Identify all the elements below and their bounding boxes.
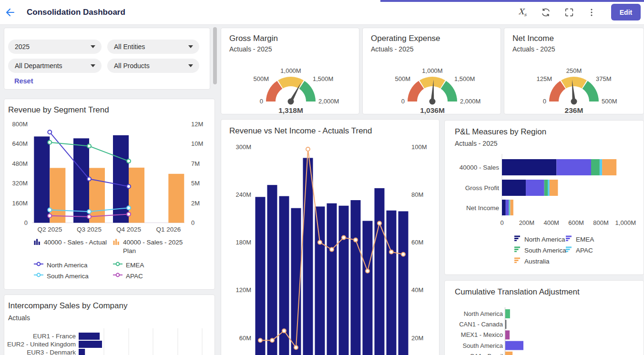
cta-chart: North AmericaCAN1 - CanadaMEX1 - MexicoS… bbox=[445, 304, 644, 355]
legend-item[interactable]: North America bbox=[34, 261, 88, 270]
legend-item[interactable]: 40000 - Sales - 2025 Plan bbox=[113, 238, 189, 255]
card-title: Net Income bbox=[512, 34, 554, 43]
entities-filter-dropdown[interactable]: All Entities bbox=[107, 40, 199, 54]
fullscreen-button[interactable] bbox=[563, 6, 575, 19]
svg-text:0: 0 bbox=[24, 219, 28, 226]
svg-text:EUR2 - United Kingdom: EUR2 - United Kingdom bbox=[7, 341, 76, 348]
refresh-button[interactable] bbox=[540, 6, 552, 19]
legend-label: South America bbox=[524, 246, 566, 255]
legend-item[interactable]: North America bbox=[514, 235, 565, 244]
gross-margin-card: Gross Margin Actuals - 2025 0500M1,000M1… bbox=[221, 28, 359, 114]
svg-text:125M: 125M bbox=[536, 75, 552, 82]
edit-button[interactable]: Edit bbox=[611, 4, 641, 20]
svg-text:CAN1 - Canada: CAN1 - Canada bbox=[459, 321, 503, 328]
svg-text:0: 0 bbox=[260, 98, 263, 105]
card-subtitle: Actuals bbox=[8, 314, 30, 322]
legend-label: APAC bbox=[126, 272, 143, 281]
bar-series-icon bbox=[34, 238, 41, 245]
svg-text:1,036M: 1,036M bbox=[420, 106, 445, 114]
svg-text:0: 0 bbox=[543, 98, 546, 105]
svg-text:40M: 40M bbox=[411, 286, 423, 294]
products-filter-value: All Products bbox=[114, 62, 150, 70]
legend-item[interactable]: APAC bbox=[113, 272, 143, 281]
operating-expense-card: Operating Expense Actuals - 2025 0500M1,… bbox=[362, 28, 501, 114]
net-income-card: Net Income Actuals - 2025 0125M250M375M5… bbox=[504, 28, 644, 114]
filter-panel: 2025 All Entities All Departments All Pr… bbox=[4, 28, 210, 90]
svg-text:South America: South America bbox=[462, 342, 503, 349]
legend-item[interactable]: South America bbox=[34, 272, 89, 281]
svg-text:Q2 2025: Q2 2025 bbox=[37, 226, 62, 233]
legend-item[interactable]: EMEA bbox=[113, 261, 144, 270]
svg-text:100M: 100M bbox=[411, 143, 427, 151]
svg-text:180M: 180M bbox=[235, 239, 251, 246]
svg-text:640M: 640M bbox=[12, 140, 28, 147]
hbar-series-icon bbox=[566, 246, 572, 253]
legend-label: South America bbox=[47, 272, 89, 281]
legend-label: APAC bbox=[576, 246, 593, 255]
legend-item[interactable]: 40000 - Sales - Actual bbox=[34, 238, 107, 247]
line-series-icon bbox=[113, 272, 123, 278]
revenue-vs-net-income-chart: 300M240M180M120M60M100M80M60M40M20M bbox=[221, 120, 440, 355]
svg-text:500M: 500M bbox=[602, 98, 617, 105]
hbar-series-icon bbox=[514, 235, 521, 242]
legend-label: EMEA bbox=[576, 235, 594, 244]
svg-text:Q1 2026: Q1 2026 bbox=[156, 226, 181, 233]
departments-filter-value: All Departments bbox=[15, 62, 62, 70]
consolidation-dashboard: Consolidation Dashboard Xs bbox=[0, 0, 644, 355]
svg-text:600M: 600M bbox=[568, 219, 584, 226]
back-button[interactable] bbox=[4, 7, 17, 18]
legend-item[interactable]: APAC bbox=[566, 246, 593, 255]
hbar-series-icon bbox=[514, 246, 521, 253]
svg-text:480M: 480M bbox=[12, 160, 28, 167]
svg-text:0: 0 bbox=[500, 219, 503, 226]
card-subtitle: Actuals - 2025 bbox=[229, 45, 272, 53]
legend-item[interactable]: EMEA bbox=[566, 235, 594, 244]
gross-margin-gauge: 0500M1,000M1,500M2,000M1,318M bbox=[221, 54, 360, 118]
entities-filter-value: All Entities bbox=[114, 43, 145, 51]
svg-text:EUR1 - France: EUR1 - France bbox=[33, 333, 76, 340]
svg-text:0: 0 bbox=[401, 98, 405, 105]
legend-item[interactable]: Australia bbox=[514, 257, 550, 266]
svg-text:250M: 250M bbox=[566, 67, 582, 74]
svg-text:10M: 10M bbox=[191, 140, 203, 147]
svg-text:320M: 320M bbox=[12, 180, 28, 187]
legend-item[interactable]: South America bbox=[514, 246, 566, 255]
svg-text:5M: 5M bbox=[191, 180, 200, 187]
x-sub-s-icon: Xs bbox=[519, 7, 527, 17]
svg-text:Q3 2025: Q3 2025 bbox=[77, 226, 102, 233]
svg-text:500M: 500M bbox=[395, 75, 410, 82]
refresh-icon bbox=[541, 7, 551, 18]
svg-text:1,318M: 1,318M bbox=[278, 106, 303, 114]
products-filter-dropdown[interactable]: All Products bbox=[107, 59, 199, 73]
svg-text:300M: 300M bbox=[235, 143, 251, 151]
revenue-by-segment-chart: 800M640M480M320M160M012M10M7M5M2M0Q2 202… bbox=[4, 117, 215, 237]
left-panel-scrollbar[interactable] bbox=[213, 27, 217, 84]
legend-label: North America bbox=[47, 261, 88, 270]
svg-text:2,000M: 2,000M bbox=[460, 98, 480, 105]
svg-text:375M: 375M bbox=[596, 75, 612, 82]
line-series-icon bbox=[34, 261, 43, 267]
kebab-menu-icon bbox=[586, 7, 597, 18]
svg-text:80M: 80M bbox=[411, 191, 423, 198]
operating-expense-gauge: 0500M1,000M1,500M2,000M1,036M bbox=[363, 54, 501, 118]
svg-text:20M: 20M bbox=[411, 335, 423, 342]
time-filter-dropdown[interactable]: 2025 bbox=[8, 40, 102, 54]
cta-card: Cumulative Translation Adjustment North … bbox=[444, 280, 644, 355]
accent-strip bbox=[380, 0, 644, 2]
svg-text:800M: 800M bbox=[593, 219, 609, 226]
chevron-down-icon bbox=[188, 64, 193, 67]
legend-label: Australia bbox=[524, 257, 550, 266]
reset-filters-link[interactable]: Reset bbox=[14, 77, 33, 85]
svg-text:Q4 2025: Q4 2025 bbox=[116, 226, 141, 233]
more-menu-button[interactable] bbox=[585, 6, 598, 19]
card-subtitle: Actuals - 2025 bbox=[512, 45, 555, 53]
hbar-series-icon bbox=[514, 257, 521, 264]
time-filter-value: 2025 bbox=[15, 43, 30, 51]
variables-button[interactable]: Xs bbox=[516, 6, 529, 19]
intercompany-sales-chart: EUR1 - FranceEUR2 - United KingdomEUR3 -… bbox=[4, 326, 215, 355]
departments-filter-dropdown[interactable]: All Departments bbox=[8, 59, 102, 73]
svg-text:240M: 240M bbox=[235, 191, 251, 198]
arrow-left-icon bbox=[4, 7, 16, 18]
svg-text:2,000M: 2,000M bbox=[318, 98, 339, 105]
intercompany-sales-card: Intercompany Sales by Company Actuals EU… bbox=[4, 294, 215, 355]
